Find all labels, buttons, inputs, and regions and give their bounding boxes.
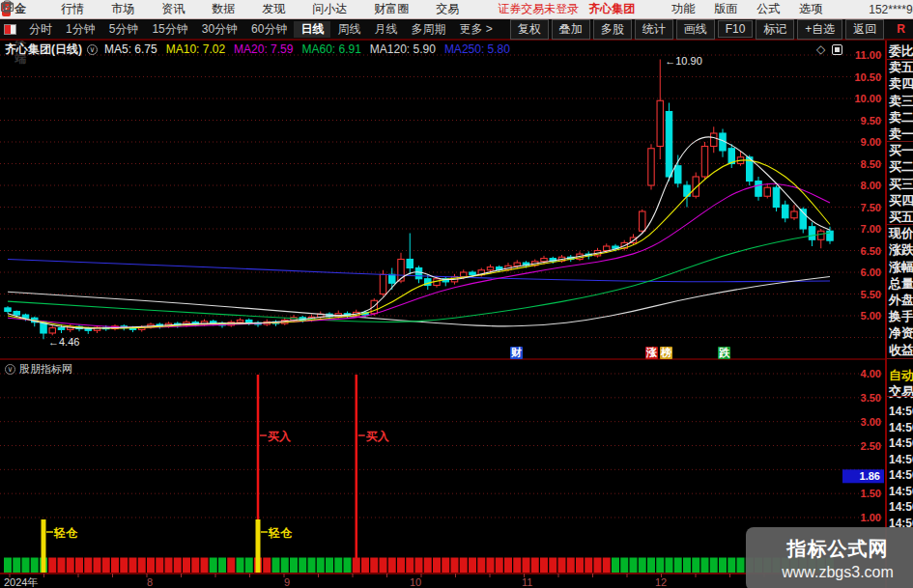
indicator-axis: 4.003.503.002.501.501.00: [861, 368, 881, 523]
chart-title: 齐心集团(日线): [5, 42, 82, 58]
indicator-name: 股朋指标网: [19, 362, 72, 377]
sidebar-row-卖一[interactable]: 卖一: [889, 127, 913, 142]
svg-text:7.50: 7.50: [861, 202, 881, 213]
tick-time: 14:56: [889, 485, 913, 499]
svg-text:1.00: 1.00: [861, 512, 881, 523]
window-mode-icon[interactable]: [832, 44, 842, 55]
chart-corner-icons: ◇: [816, 42, 842, 56]
sidebar-row-总量[interactable]: 总量: [889, 277, 913, 292]
svg-text:2.50: 2.50: [861, 440, 881, 452]
sidebar-row-净资[interactable]: 净资: [889, 326, 913, 341]
event-badge-涨[interactable]: 涨: [645, 347, 658, 359]
sidebar-row-卖五[interactable]: 卖五: [889, 61, 913, 75]
candles-layer[interactable]: [5, 60, 833, 340]
sidebar-divider: [887, 396, 913, 397]
svg-text:6.00: 6.00: [861, 266, 881, 278]
tdx-terminal-window: 11.0010.5010.009.509.008.508.007.507.006…: [0, 0, 913, 588]
indicator-collapse-icon[interactable]: ∨: [5, 364, 15, 375]
tick-time: 14:56: [889, 453, 913, 467]
svg-text:9.50: 9.50: [861, 115, 881, 126]
watermark-url: www.zbgs3.com: [746, 564, 913, 581]
watermark-title: 指标公式网: [746, 536, 913, 562]
sidebar-row-买三[interactable]: 买三: [889, 178, 913, 192]
svg-text:10.50: 10.50: [854, 71, 881, 83]
sidebar-auto-trade[interactable]: 自动: [889, 369, 913, 383]
sidebar-row-外盘[interactable]: 外盘: [889, 294, 913, 308]
event-badge-榜[interactable]: 榜: [660, 347, 672, 359]
sidebar-row-卖四[interactable]: 卖四: [889, 77, 913, 92]
sidebar-row-买四[interactable]: 买四: [889, 194, 913, 209]
diamond-marker-icon[interactable]: ◇: [816, 42, 825, 56]
quote-sidebar[interactable]: 委比卖五卖四卖三卖二卖一买一买二买三买四买五现价涨跌涨幅总量外盘换手净资收益自动…: [886, 41, 913, 588]
low-price-annotation: ←4.46: [48, 336, 79, 348]
tick-time: 14:56: [889, 468, 913, 483]
sidebar-divider: [887, 59, 913, 60]
x-axis: 2024年89101112: [4, 574, 868, 588]
indicator-grid: [0, 374, 885, 518]
ma-value-label: MA20: 7.59: [234, 42, 293, 56]
light-position-bar: [256, 519, 261, 573]
indicator-current-value: 1.86: [860, 470, 880, 482]
buy-signal-label: 买入: [366, 430, 390, 443]
high-price-annotation: ←10.90: [665, 55, 702, 67]
sidebar-row-卖三[interactable]: 卖三: [889, 95, 913, 109]
x-axis-label: 11: [522, 576, 532, 588]
svg-text:5.50: 5.50: [861, 289, 881, 300]
ma-line-MA10: [8, 160, 830, 328]
light-position-label: 轻仓: [53, 526, 78, 540]
ma-line-MA20: [8, 183, 830, 327]
ma-line-MA120: [8, 277, 830, 326]
sidebar-row-涨跌[interactable]: 涨跌: [889, 243, 913, 258]
svg-text:3.50: 3.50: [861, 392, 881, 404]
sidebar-row-卖二[interactable]: 卖二: [889, 111, 913, 126]
svg-text:4.00: 4.00: [861, 368, 881, 379]
event-badge-跌[interactable]: 跌: [718, 347, 730, 359]
sidebar-auto-trade[interactable]: 交易: [889, 385, 913, 400]
sidebar-divider: [887, 141, 913, 142]
event-badge-财[interactable]: 财: [510, 347, 523, 359]
svg-text:10.00: 10.00: [854, 93, 881, 104]
ma-value-label: MA60: 6.91: [301, 42, 360, 56]
indicator-header: ∨ 股朋指标网: [5, 362, 72, 377]
sidebar-row-委比[interactable]: 委比: [889, 44, 913, 59]
sidebar-divider: [887, 358, 913, 359]
ma-value-label: MA120: 5.90: [370, 42, 436, 56]
buy-signal-label: 买入: [268, 430, 292, 443]
svg-text:8.00: 8.00: [861, 180, 881, 191]
svg-text:11.00: 11.00: [855, 49, 881, 61]
signal-strip: [4, 558, 834, 574]
tick-time: 14:56: [889, 500, 913, 515]
chart-canvas[interactable]: 11.0010.5010.009.509.008.508.007.507.006…: [0, 0, 913, 588]
svg-text:6.50: 6.50: [861, 245, 881, 257]
svg-text:3.00: 3.00: [861, 416, 881, 428]
svg-text:9.00: 9.00: [861, 136, 881, 148]
collapse-chevron-icon[interactable]: ∨: [87, 44, 98, 55]
svg-text:8.50: 8.50: [861, 158, 881, 170]
ma-value-label: MA5: 6.75: [104, 42, 157, 56]
sidebar-row-现价[interactable]: 现价: [889, 227, 913, 241]
sidebar-row-买五[interactable]: 买五: [889, 210, 913, 225]
svg-text:5.00: 5.00: [861, 310, 881, 322]
x-axis-label: 10: [410, 576, 421, 588]
sidebar-row-买二[interactable]: 买二: [889, 160, 913, 175]
sidebar-row-收益[interactable]: 收益: [889, 344, 913, 358]
x-axis-label: 8: [147, 576, 153, 588]
tick-time: 14:56: [889, 405, 913, 419]
light-position-label: 轻仓: [268, 526, 293, 540]
tick-time: 14:56: [889, 436, 913, 451]
ma-value-label: MA10: 7.02: [166, 42, 225, 56]
x-axis-label: 12: [655, 576, 667, 588]
sidebar-row-买一[interactable]: 买一: [889, 144, 913, 158]
ma-value-label: MA250: 5.80: [444, 42, 510, 56]
sidebar-row-换手[interactable]: 换手: [889, 310, 913, 324]
svg-text:1.50: 1.50: [861, 488, 881, 499]
watermark: 指标公式网 www.zbgs3.com: [746, 527, 913, 588]
sidebar-divider: [887, 224, 913, 225]
tick-time: 14:56: [889, 421, 913, 435]
main-grid: [0, 55, 885, 338]
x-axis-label: 2024年: [4, 576, 38, 588]
light-position-bar: [42, 519, 46, 573]
sidebar-row-涨幅[interactable]: 涨幅: [889, 261, 913, 275]
x-axis-label: 9: [284, 576, 290, 588]
chart-title-row: 齐心集团(日线) ∨ MA5: 6.75MA10: 7.02MA20: 7.59…: [5, 42, 519, 56]
